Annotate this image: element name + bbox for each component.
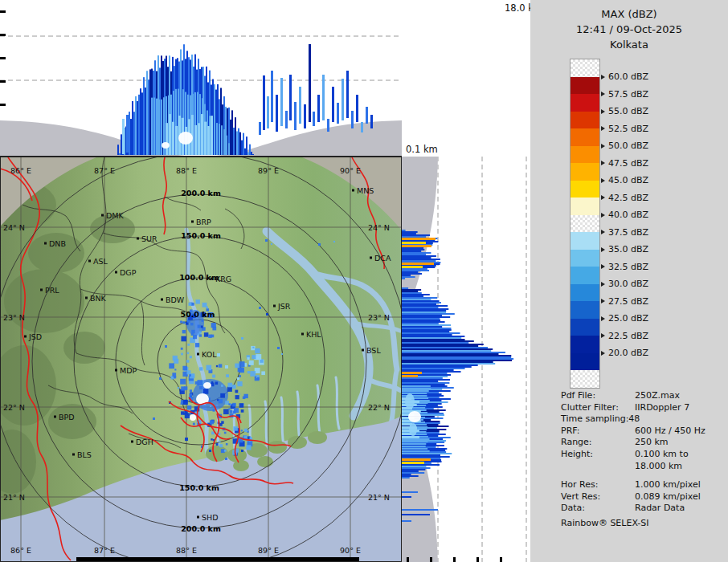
- station-name: Kolkata: [530, 37, 728, 52]
- metadata-label: Hor Res:: [561, 479, 635, 491]
- color-scale: [571, 59, 599, 388]
- metadata-value: 250Z.max: [635, 390, 723, 402]
- footer-brand: Rainbow® SELEX-SI: [561, 518, 649, 528]
- metadata-value: 250 km: [635, 437, 723, 449]
- color-scale-band: [571, 319, 599, 336]
- legend-entry: 55.0 dBZ: [601, 106, 648, 117]
- legend-entry: 42.5 dBZ: [601, 192, 648, 203]
- title-block: MAX (dBZ) 12:41 / 09-Oct-2025 Kolkata: [530, 6, 728, 52]
- metadata-row: Range:250 km: [561, 437, 723, 449]
- metadata-label: Pdf File:: [561, 390, 635, 402]
- metadata-label: Clutter Filter:: [561, 402, 635, 414]
- color-scale-band: [571, 146, 599, 164]
- metadata-label: [561, 461, 635, 473]
- axis-corner-box: 18.0 km 0.1 km: [402, 0, 530, 157]
- color-scale-band: [571, 284, 599, 302]
- radar-map-svg: [0, 157, 402, 562]
- legend-entry: 20.0 dBZ: [601, 348, 648, 359]
- height-axis-min-label: 0.1 km: [406, 144, 438, 155]
- metadata-row: Hor Res:1.000 km/pixel: [561, 479, 723, 491]
- legend-entry: 60.0 dBZ: [601, 71, 648, 83]
- metadata-row: Data:Radar Data: [561, 503, 723, 515]
- color-scale-band: [571, 215, 599, 233]
- legend-entry: 37.5 dBZ: [601, 226, 648, 238]
- legend-entry: 40.0 dBZ: [601, 210, 648, 221]
- legend-entry: 32.5 dBZ: [601, 261, 648, 272]
- legend-entry: 52.5 dBZ: [601, 123, 648, 134]
- legend-entry: 27.5 dBZ: [601, 295, 648, 307]
- radar-display: 18.0 km 0.1 km: [0, 0, 728, 562]
- legend-entry: 45.0 dBZ: [601, 175, 648, 186]
- metadata-row: Vert Res:0.089 km/pixel: [561, 491, 723, 503]
- color-scale-band: [571, 198, 599, 215]
- legend-entry: 35.0 dBZ: [601, 244, 648, 255]
- metadata-value: 0.089 km/pixel: [635, 491, 723, 503]
- color-scale-band: [571, 181, 599, 198]
- metadata-value: IIRDoppler 7: [635, 402, 723, 414]
- metadata-value: 18.000 km: [635, 461, 723, 473]
- timestamp: 12:41 / 09-Oct-2025: [530, 22, 728, 37]
- metadata-value: [635, 413, 723, 426]
- top-height-profile-panel: [0, 0, 402, 157]
- color-scale-band: [571, 232, 599, 250]
- product-title: MAX (dBZ): [530, 6, 728, 22]
- legend-panel: MAX (dBZ) 12:41 / 09-Oct-2025 Kolkata 60…: [530, 0, 728, 562]
- legend-entry: 22.5 dBZ: [601, 330, 648, 341]
- color-scale-band: [571, 370, 599, 388]
- radar-map[interactable]: 86° E86° E87° E87° E88° E88° E89° E89° E…: [0, 157, 402, 562]
- metadata-label: Height:: [561, 449, 635, 461]
- height-axis-ticks: [0, 10, 6, 106]
- color-scale-band: [571, 112, 599, 129]
- metadata: Pdf File:250Z.maxClutter Filter:IIRDoppl…: [561, 390, 723, 515]
- legend-entry: 50.0 dBZ: [601, 140, 648, 152]
- metadata-label: Data:: [561, 503, 635, 515]
- color-scale-band: [571, 250, 599, 267]
- metadata-label: Vert Res:: [561, 491, 635, 503]
- metadata-row: PRF:600 Hz / 450 Hz: [561, 426, 723, 438]
- metadata-label: Range:: [561, 437, 635, 449]
- color-scale-band: [571, 336, 599, 353]
- color-scale-band: [571, 353, 599, 371]
- metadata-row: Clutter Filter:IIRDoppler 7: [561, 402, 723, 414]
- legend-entry: 25.0 dBZ: [601, 313, 648, 324]
- legend-entry: 57.5 dBZ: [601, 88, 648, 100]
- metadata-value: 0.100 km to: [635, 449, 723, 461]
- metadata-row: 18.000 km: [561, 461, 723, 473]
- color-scale-band: [571, 128, 599, 146]
- legend-entry: 47.5 dBZ: [601, 157, 648, 169]
- metadata-row: Height:0.100 km to: [561, 449, 723, 461]
- color-scale-band: [571, 301, 599, 319]
- metadata-label: Time sampling:48: [561, 413, 635, 426]
- color-scale-band: [571, 94, 599, 112]
- color-scale-band: [571, 59, 599, 77]
- side-height-profile-panel: [402, 157, 530, 562]
- metadata-row: Time sampling:48: [561, 413, 723, 426]
- metadata-row: Pdf File:250Z.max: [561, 390, 723, 402]
- metadata-value: Radar Data: [635, 503, 723, 515]
- legend-entry: 30.0 dBZ: [601, 279, 648, 290]
- metadata-value: 1.000 km/pixel: [635, 479, 723, 491]
- color-scale-band: [571, 77, 599, 95]
- metadata-value: 600 Hz / 450 Hz: [635, 426, 723, 438]
- color-scale-band: [571, 267, 599, 284]
- color-scale-band: [571, 163, 599, 181]
- metadata-label: PRF:: [561, 426, 635, 438]
- top-profile-svg: [0, 0, 402, 157]
- side-profile-svg: [402, 157, 530, 562]
